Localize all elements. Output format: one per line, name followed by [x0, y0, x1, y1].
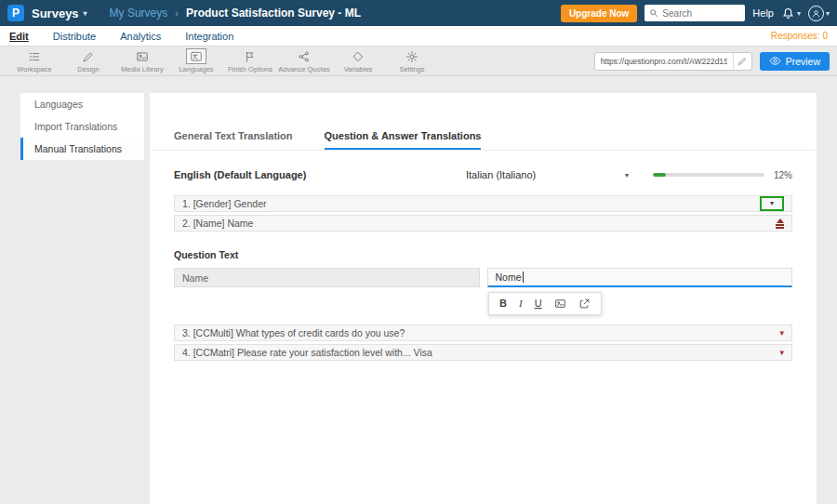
question-row-3[interactable]: 3. [CCMulti] What types of credit cards … [174, 325, 792, 341]
responses-count: Responses: 0 [771, 31, 828, 41]
translations-sidebar: Languages Import Translations Manual Tra… [20, 93, 144, 160]
format-toolbar: B I U [488, 292, 602, 315]
app-window: P Surveys ▾ My Surveys › Product Satisfa… [0, 0, 837, 504]
breadcrumb-my-surveys[interactable]: My Surveys [110, 7, 168, 20]
toolbar-item-languages[interactable]: Languages [169, 48, 223, 73]
translation-tabs: General Text Translation Question & Answ… [150, 93, 817, 151]
triangle-up-icon [777, 219, 784, 223]
chevron-down-icon: ▾ [625, 171, 629, 179]
search-input[interactable] [662, 8, 737, 19]
chevron-down-icon[interactable]: ▾ [779, 349, 784, 357]
breadcrumb-separator: › [175, 7, 179, 19]
top-bar: P Surveys ▾ My Surveys › Product Satisfa… [0, 0, 837, 26]
toolbar-item-variables[interactable]: Variables [331, 48, 385, 73]
translation-text-field[interactable]: Nome [487, 268, 793, 287]
edit-toolbar: Workspace Design Media Library Languages… [0, 46, 837, 76]
tab-integration[interactable]: Integration [185, 31, 233, 42]
translation-editor: Question Text Name Nome B I U [174, 234, 792, 325]
edit-url-button[interactable] [733, 53, 751, 70]
tab-question-answer-translations[interactable]: Question & Answer Translations [325, 130, 482, 150]
media-library-icon [132, 48, 153, 64]
tab-distribute[interactable]: Distribute [53, 31, 96, 42]
workspace-icon [24, 48, 45, 64]
language-row: English (Default Language) Italian (Ital… [174, 169, 792, 180]
advance-quotas-icon [294, 48, 314, 64]
bold-button[interactable]: B [499, 298, 507, 309]
chevron-down-icon: ▾ [770, 200, 774, 207]
insert-image-button[interactable] [554, 298, 566, 310]
question-label: 3. [CCMulti] What types of credit cards … [182, 327, 405, 338]
external-link-icon [578, 298, 591, 310]
manual-translations-panel: General Text Translation Question & Answ… [150, 93, 817, 504]
chevron-down-icon: ▾ [84, 9, 87, 18]
tab-edit[interactable]: Edit [9, 31, 29, 42]
toolbar-right: Preview [594, 52, 830, 71]
question-list: 1. [Gender] Gender ▾ 2. [Name] Name Ques… [174, 195, 792, 361]
toolbar-item-media-library[interactable]: Media Library [115, 48, 169, 73]
toolbar-item-advance-quotas[interactable]: Advance Quotas [277, 48, 331, 73]
question-label: 1. [Gender] Gender [182, 198, 266, 209]
questionpro-logo[interactable]: P [7, 5, 24, 21]
finish-options-icon [240, 48, 260, 64]
product-label: Surveys [32, 7, 79, 20]
toolbar-item-settings[interactable]: Settings [385, 48, 439, 73]
design-icon [78, 48, 99, 64]
translation-progress-bar [653, 173, 764, 177]
toolbar-item-design[interactable]: Design [61, 48, 115, 73]
surveys-product-menu[interactable]: Surveys ▾ [32, 7, 87, 20]
question-row-4[interactable]: 4. [CCMatri] Please rate your satisfacti… [174, 344, 792, 361]
content-area: Languages Import Translations Manual Tra… [0, 76, 837, 504]
question-row-1[interactable]: 1. [Gender] Gender ▾ [174, 195, 792, 212]
insert-link-button[interactable] [578, 298, 591, 310]
eye-icon [769, 55, 781, 67]
sidebar-item-languages[interactable]: Languages [20, 93, 144, 115]
bell-icon [781, 7, 795, 20]
breadcrumb-survey-title: Product Satisfaction Survey - ML [186, 7, 361, 20]
chevron-down-icon: ▾ [826, 9, 830, 18]
target-language-value: Italian (Italiano) [466, 169, 536, 180]
editor-inputs: Name Nome [174, 268, 792, 287]
survey-url-input[interactable] [595, 57, 733, 66]
tab-analytics[interactable]: Analytics [120, 31, 161, 42]
progress-percent-label: 12% [774, 170, 792, 180]
toolbar-item-finish-options[interactable]: Finish Options [223, 48, 277, 73]
help-link[interactable]: Help [752, 7, 774, 19]
italic-button[interactable]: I [519, 298, 523, 309]
collapse-caret-icon[interactable] [776, 219, 784, 229]
global-search [644, 5, 745, 21]
avatar [808, 6, 824, 21]
sidebar-item-manual-translations[interactable]: Manual Translations [20, 138, 144, 160]
question-label: 2. [Name] Name [182, 218, 253, 229]
expand-caret-highlighted[interactable]: ▾ [760, 196, 784, 211]
main-nav: Edit Distribute Analytics Integration Re… [0, 26, 837, 46]
tab-general-text-translation[interactable]: General Text Translation [174, 130, 293, 150]
toolbar-item-workspace[interactable]: Workspace [7, 48, 61, 73]
search-icon [649, 8, 658, 18]
target-language-select[interactable]: Italian (Italiano) ▾ [466, 169, 629, 180]
notifications-menu[interactable]: ▾ [781, 7, 801, 20]
source-text-field[interactable]: Name [174, 268, 480, 287]
upgrade-now-button[interactable]: Upgrade Now [561, 5, 637, 22]
languages-icon [186, 48, 206, 64]
progress-fill [653, 173, 666, 177]
account-menu[interactable]: ▾ [808, 6, 830, 21]
underline-button[interactable]: U [535, 298, 542, 309]
sidebar-item-import-translations[interactable]: Import Translations [20, 115, 144, 138]
settings-gear-icon [402, 48, 422, 64]
preview-button[interactable]: Preview [760, 52, 830, 71]
image-icon [554, 298, 566, 310]
language-controls: Italian (Italiano) ▾ 12% [466, 169, 792, 180]
person-icon [811, 8, 821, 19]
chevron-down-icon: ▾ [797, 9, 801, 18]
source-language-label: English (Default Language) [174, 169, 306, 180]
question-row-2[interactable]: 2. [Name] Name [174, 215, 792, 232]
variables-icon [348, 48, 368, 64]
question-text-label: Question Text [174, 249, 792, 260]
chevron-down-icon[interactable]: ▾ [779, 329, 784, 338]
question-label: 4. [CCMatri] Please rate your satisfacti… [182, 347, 432, 358]
survey-url-box [594, 52, 752, 71]
text-cursor [523, 272, 524, 283]
